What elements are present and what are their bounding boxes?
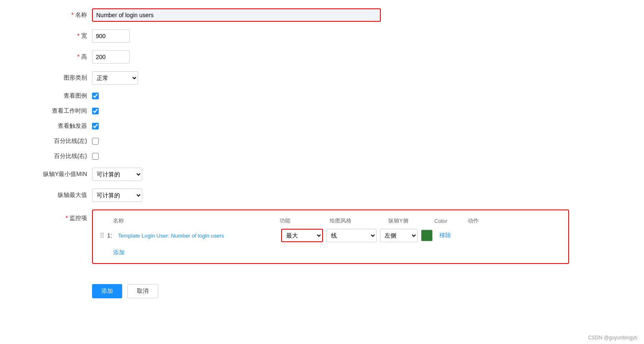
row-number: 1: <box>107 232 115 239</box>
button-row: 添加 取消 <box>92 284 627 298</box>
show-legend-checkbox[interactable] <box>92 93 99 99</box>
height-input[interactable] <box>92 50 130 64</box>
show-legend-row: 查看图例 <box>17 92 627 100</box>
cancel-button[interactable]: 取消 <box>127 284 158 298</box>
col-func-header: 功能 <box>280 217 330 225</box>
monitor-section-label: * 监控项 <box>17 210 92 222</box>
func-select[interactable]: 最大 最小 平均 全部 <box>281 229 323 242</box>
add-button[interactable]: 添加 <box>92 284 122 298</box>
monitor-col-headers: 名称 功能 绘图风格 纵轴Y侧 Color 动作 <box>100 217 562 225</box>
add-monitor-link[interactable]: 添加 <box>113 249 125 256</box>
percentile-right-checkbox[interactable] <box>92 153 99 160</box>
percentile-right-row: 百分比线(右) <box>17 153 627 160</box>
height-row: *高 <box>17 50 627 64</box>
width-row: *宽 <box>17 29 627 43</box>
percentile-right-label: 百分比线(右) <box>17 153 92 160</box>
yaxis-max-label: 纵轴最大值 <box>17 191 92 199</box>
show-trigger-row: 查看触发器 <box>17 122 627 130</box>
add-monitor-row: 添加 <box>100 246 562 256</box>
yaxis-min-row: 纵轴Y最小值MIN 可计算的 固定 自动 <box>17 168 627 181</box>
yaxis-min-select[interactable]: 可计算的 固定 自动 <box>92 168 142 181</box>
show-legend-label: 查看图例 <box>17 92 92 100</box>
col-yaxis-header: 纵轴Y侧 <box>388 217 434 225</box>
yaxis-max-row: 纵轴最大值 可计算的 固定 自动 <box>17 189 627 202</box>
col-style-header: 绘图风格 <box>330 217 388 225</box>
monitor-item-name[interactable]: Template Login User: Number of login use… <box>118 233 281 239</box>
yaxis-max-select[interactable]: 可计算的 固定 自动 <box>92 189 142 202</box>
yaxis-side-select[interactable]: 左侧 右侧 <box>380 229 418 242</box>
show-worktime-row: 查看工作时间 <box>17 107 627 115</box>
chart-type-row: 图形类别 正常 堆叠 百分比 <box>17 71 627 85</box>
drag-handle-icon[interactable]: ⠿ <box>100 232 105 240</box>
color-picker[interactable] <box>421 230 433 241</box>
name-input[interactable] <box>92 8 381 22</box>
percentile-left-checkbox[interactable] <box>92 138 99 145</box>
col-action-header: 动作 <box>468 217 493 225</box>
style-select[interactable]: 线 填充区域 粗线 点 <box>326 229 377 242</box>
height-label: *高 <box>17 53 92 61</box>
remove-link[interactable]: 移除 <box>439 232 451 239</box>
col-color-header: Color <box>434 218 468 224</box>
name-required-star: * <box>72 11 74 18</box>
percentile-left-row: 百分比线(左) <box>17 137 627 145</box>
show-trigger-label: 查看触发器 <box>17 122 92 130</box>
yaxis-min-label: 纵轴Y最小值MIN <box>17 171 92 178</box>
name-label: *名称 <box>17 11 92 19</box>
show-worktime-label: 查看工作时间 <box>17 107 92 115</box>
name-row: *名称 <box>17 8 627 22</box>
show-worktime-checkbox[interactable] <box>92 108 99 114</box>
monitor-item-row: ⠿ 1: Template Login User: Number of logi… <box>100 229 562 242</box>
chart-type-label: 图形类别 <box>17 74 92 82</box>
chart-type-select[interactable]: 正常 堆叠 百分比 <box>92 71 138 85</box>
width-label: *宽 <box>17 32 92 40</box>
percentile-left-label: 百分比线(左) <box>17 137 92 145</box>
monitor-section: 名称 功能 绘图风格 纵轴Y侧 Color 动作 ⠿ 1: Template L… <box>92 210 569 264</box>
width-input[interactable] <box>92 29 130 43</box>
show-trigger-checkbox[interactable] <box>92 123 99 129</box>
col-name-header: 名称 <box>100 217 280 225</box>
